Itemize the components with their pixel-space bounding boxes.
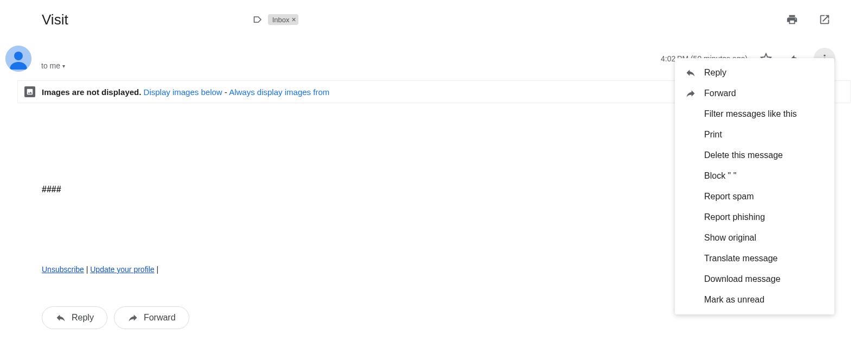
reply-arrow-icon bbox=[55, 312, 66, 323]
menu-delete[interactable]: Delete this message bbox=[675, 145, 834, 166]
menu-filter[interactable]: Filter messages like this bbox=[675, 104, 834, 124]
menu-mark-unread-label: Mark as unread bbox=[704, 295, 764, 305]
email-subject: Visit bbox=[42, 11, 68, 28]
forward-button-label: Forward bbox=[144, 313, 176, 323]
menu-report-spam-label: Report spam bbox=[704, 192, 754, 202]
menu-show-original-label: Show original bbox=[704, 233, 756, 243]
image-placeholder-icon bbox=[24, 86, 35, 97]
banner-separator: - bbox=[225, 87, 227, 97]
menu-mark-unread[interactable]: Mark as unread bbox=[675, 289, 834, 310]
menu-delete-label: Delete this message bbox=[704, 150, 783, 160]
sender-avatar[interactable] bbox=[5, 46, 31, 72]
always-display-images-link[interactable]: Always display images from bbox=[229, 87, 329, 97]
display-images-link[interactable]: Display images below bbox=[144, 87, 222, 97]
reply-button-label: Reply bbox=[72, 313, 94, 323]
svg-point-1 bbox=[14, 52, 23, 60]
menu-block[interactable]: Block " " bbox=[675, 166, 834, 186]
email-header-row: Visit Inbox × bbox=[0, 0, 868, 35]
menu-report-phishing-label: Report phishing bbox=[704, 212, 765, 222]
reply-arrow-icon bbox=[685, 67, 697, 78]
menu-reply[interactable]: Reply bbox=[675, 62, 834, 83]
menu-block-label: Block " " bbox=[704, 171, 736, 181]
menu-filter-label: Filter messages like this bbox=[704, 109, 797, 119]
menu-print-label: Print bbox=[704, 130, 722, 140]
menu-report-phishing[interactable]: Report phishing bbox=[675, 207, 834, 228]
menu-print[interactable]: Print bbox=[675, 124, 834, 145]
footer-sep2: | bbox=[155, 265, 159, 274]
menu-report-spam[interactable]: Report spam bbox=[675, 186, 834, 207]
menu-show-original[interactable]: Show original bbox=[675, 228, 834, 248]
menu-reply-label: Reply bbox=[704, 68, 726, 78]
menu-translate[interactable]: Translate message bbox=[675, 248, 834, 269]
show-details-icon[interactable]: ▾ bbox=[62, 63, 65, 69]
forward-arrow-icon bbox=[685, 88, 697, 99]
forward-arrow-icon bbox=[127, 312, 138, 323]
update-profile-link[interactable]: Update your profile bbox=[90, 265, 154, 274]
label-tag-icon[interactable] bbox=[253, 14, 264, 25]
menu-translate-label: Translate message bbox=[704, 254, 777, 263]
footer-sep1: | bbox=[84, 265, 90, 274]
print-button[interactable] bbox=[781, 9, 803, 30]
remove-label-icon[interactable]: × bbox=[291, 15, 296, 24]
reply-button[interactable]: Reply bbox=[42, 306, 107, 329]
label-area: Inbox × bbox=[253, 14, 298, 25]
more-options-menu: Reply Forward Filter messages like this … bbox=[675, 58, 834, 314]
menu-download[interactable]: Download message bbox=[675, 269, 834, 289]
unsubscribe-link[interactable]: Unsubscribe bbox=[42, 265, 84, 274]
menu-download-label: Download message bbox=[704, 274, 781, 284]
recipient-line[interactable]: to me ▾ bbox=[41, 61, 65, 70]
menu-forward[interactable]: Forward bbox=[675, 83, 834, 104]
menu-forward-label: Forward bbox=[704, 89, 736, 98]
images-not-displayed-text: Images are not displayed. bbox=[42, 87, 141, 97]
inbox-label-chip[interactable]: Inbox × bbox=[268, 14, 298, 25]
top-actions bbox=[781, 9, 835, 30]
inbox-label-text: Inbox bbox=[272, 16, 290, 24]
svg-point-2 bbox=[824, 55, 825, 56]
open-new-window-button[interactable] bbox=[814, 9, 835, 30]
forward-button[interactable]: Forward bbox=[114, 306, 189, 329]
recipient-text: to me bbox=[41, 61, 60, 70]
